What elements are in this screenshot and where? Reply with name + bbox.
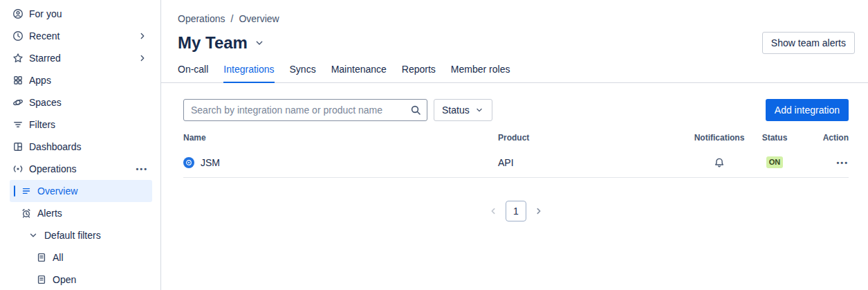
sidebar-item-default-filters[interactable]: Default filters <box>0 224 160 246</box>
sidebar-item-dashboards[interactable]: Dashboards <box>0 136 160 158</box>
column-header-status: Status <box>747 133 802 143</box>
title-row: My Team Show team alerts <box>161 24 868 54</box>
chevron-down-icon <box>474 105 484 115</box>
notification-bell-icon[interactable] <box>714 157 725 168</box>
sidebar-item-label: For you <box>29 8 148 19</box>
dashboard-icon <box>12 141 24 152</box>
sidebar-item-recent[interactable]: Recent <box>0 25 160 47</box>
sidebar-item-label: Filters <box>29 119 148 130</box>
sidebar-item-open[interactable]: Open <box>0 269 160 290</box>
jsm-integration-icon <box>183 157 194 168</box>
sidebar-item-label: Recent <box>29 30 137 42</box>
action-cell: ••• <box>802 158 849 167</box>
table-header-row: Name Product Notifications Status Action <box>183 128 849 147</box>
document-icon <box>36 252 47 263</box>
main-content: Operations / Overview My Team Show team … <box>161 0 868 290</box>
status-badge: ON <box>766 156 784 167</box>
breadcrumb: Operations / Overview <box>161 0 868 24</box>
sidebar-item-spaces[interactable]: Spaces <box>0 91 160 114</box>
integration-product: API <box>498 157 692 168</box>
integrations-table: Name Product Notifications Status Action… <box>183 128 849 178</box>
sidebar-item-all[interactable]: All <box>0 246 160 269</box>
toolbar: Status Add integration <box>183 99 849 121</box>
search-box <box>183 99 427 121</box>
tab-member-roles[interactable]: Member roles <box>451 64 510 83</box>
document-icon <box>36 274 47 285</box>
sidebar-item-label: Open <box>53 274 148 285</box>
show-team-alerts-button[interactable]: Show team alerts <box>762 32 855 54</box>
column-header-notifications: Notifications <box>692 133 747 143</box>
pagination: 1 <box>183 201 849 221</box>
clock-icon <box>12 30 24 42</box>
chevron-down-icon[interactable] <box>254 37 265 48</box>
sidebar-item-label: Dashboards <box>29 141 148 152</box>
sidebar-item-starred[interactable]: Starred <box>0 47 160 69</box>
chevron-right-icon[interactable] <box>137 30 148 42</box>
status-filter-label: Status <box>442 105 470 116</box>
search-input[interactable] <box>183 99 427 121</box>
page-title: My Team <box>178 33 248 53</box>
tab-integrations[interactable]: Integrations <box>223 64 274 83</box>
column-header-action: Action <box>802 133 849 143</box>
tab-on-call[interactable]: On-call <box>178 64 208 83</box>
tab-reports[interactable]: Reports <box>402 64 436 83</box>
integration-name: JSM <box>201 157 220 168</box>
column-header-product: Product <box>498 133 692 143</box>
next-page-button[interactable] <box>533 206 544 217</box>
page-1-button[interactable]: 1 <box>506 201 526 221</box>
status-cell: ON <box>747 156 802 167</box>
breadcrumb-operations[interactable]: Operations <box>178 13 225 24</box>
person-icon <box>12 8 24 19</box>
sidebar-item-filters[interactable]: Filters <box>0 114 160 136</box>
status-filter-button[interactable]: Status <box>434 99 492 121</box>
table-row: JSM API ON ••• <box>183 147 849 178</box>
sidebar-item-label: Alerts <box>37 208 148 219</box>
tab-bar: On-call Integrations Syncs Maintenance R… <box>161 54 868 83</box>
column-header-name: Name <box>183 133 498 143</box>
sidebar-item-overview[interactable]: Overview <box>10 180 152 202</box>
sidebar-item-label: Starred <box>29 53 137 64</box>
sidebar-item-for-you[interactable]: For you <box>0 3 160 25</box>
sidebar: For you Recent Starred Apps <box>0 0 161 290</box>
row-actions-menu-icon[interactable]: ••• <box>836 158 849 167</box>
sidebar-item-apps[interactable]: Apps <box>0 69 160 91</box>
selected-indicator-bar <box>14 185 15 197</box>
integration-name-cell[interactable]: JSM <box>183 157 498 168</box>
spaces-icon <box>12 97 24 108</box>
app-window: For you Recent Starred Apps <box>0 0 868 290</box>
apps-grid-icon <box>12 75 24 86</box>
alert-bell-icon <box>21 208 32 219</box>
notifications-cell <box>692 157 747 168</box>
add-integration-button[interactable]: Add integration <box>766 99 849 121</box>
integrations-panel: Status Add integration Name Product Noti… <box>161 99 868 221</box>
chevron-right-icon[interactable] <box>137 53 148 64</box>
sidebar-item-alerts[interactable]: Alerts <box>0 202 160 224</box>
tab-maintenance[interactable]: Maintenance <box>331 64 387 83</box>
sidebar-item-label: Overview <box>37 185 140 197</box>
search-icon <box>410 105 421 116</box>
sidebar-item-label: Operations <box>29 163 136 174</box>
tab-syncs[interactable]: Syncs <box>290 64 316 83</box>
sidebar-item-label: Default filters <box>44 230 148 241</box>
sidebar-item-operations[interactable]: Operations ••• <box>0 158 160 180</box>
star-icon <box>12 53 24 64</box>
prev-page-button[interactable] <box>488 206 499 217</box>
overview-list-icon <box>21 185 32 197</box>
breadcrumb-separator: / <box>230 13 233 24</box>
breadcrumb-overview[interactable]: Overview <box>239 13 279 24</box>
sidebar-item-label: All <box>53 252 148 263</box>
filter-icon <box>12 119 24 130</box>
sidebar-item-label: Apps <box>29 75 148 86</box>
more-options-icon[interactable]: ••• <box>136 165 148 173</box>
operations-icon <box>12 163 24 174</box>
chevron-down-icon[interactable] <box>28 230 39 241</box>
sidebar-item-label: Spaces <box>29 97 148 108</box>
